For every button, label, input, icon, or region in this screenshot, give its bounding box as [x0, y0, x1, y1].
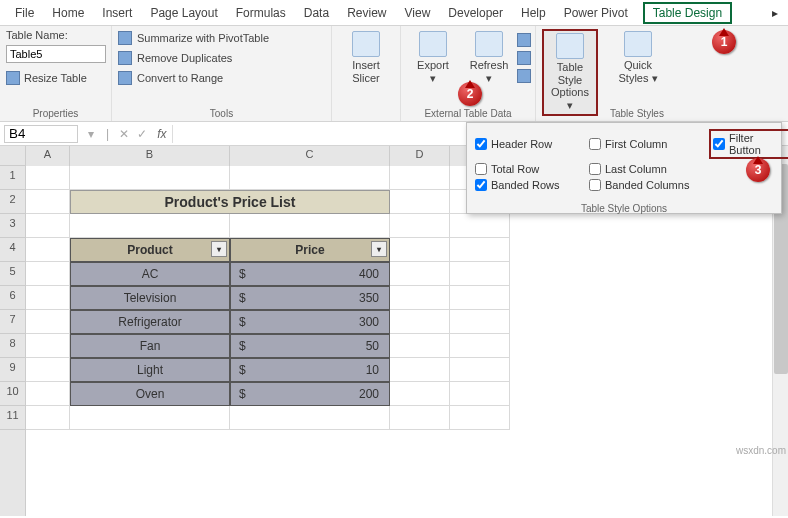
- resize-table-button[interactable]: Resize Table: [6, 71, 105, 85]
- row-header-9[interactable]: 9: [0, 358, 25, 382]
- cell-price-1[interactable]: $400: [230, 262, 390, 286]
- select-all-corner[interactable]: [0, 146, 25, 166]
- cell-D11[interactable]: [390, 406, 450, 430]
- cell-A10[interactable]: [26, 382, 70, 406]
- cell-D6[interactable]: [390, 286, 450, 310]
- col-header-A[interactable]: A: [26, 146, 70, 166]
- cell-E4[interactable]: [450, 238, 510, 262]
- cell-D3[interactable]: [390, 214, 450, 238]
- ext-icon-2[interactable]: [517, 51, 531, 65]
- cell-E10[interactable]: [450, 382, 510, 406]
- table-name-input[interactable]: [6, 45, 106, 63]
- namebox-dropdown-icon[interactable]: ▾: [82, 127, 100, 141]
- row-header-11[interactable]: 11: [0, 406, 25, 430]
- cell-A9[interactable]: [26, 358, 70, 382]
- cell-E3[interactable]: [450, 214, 510, 238]
- cell-product-2[interactable]: Television: [70, 286, 230, 310]
- cell-price-3[interactable]: $300: [230, 310, 390, 334]
- cell-D2[interactable]: [390, 190, 450, 214]
- cell-A4[interactable]: [26, 238, 70, 262]
- tab-review[interactable]: Review: [338, 2, 395, 24]
- cell-A2[interactable]: [26, 190, 70, 214]
- export-button[interactable]: Export▾: [405, 29, 461, 84]
- cell-A7[interactable]: [26, 310, 70, 334]
- cell-E6[interactable]: [450, 286, 510, 310]
- cell-price-4[interactable]: $50: [230, 334, 390, 358]
- cell-E8[interactable]: [450, 334, 510, 358]
- cell-C11[interactable]: [230, 406, 390, 430]
- tab-table-design[interactable]: Table Design: [643, 2, 732, 24]
- col-header-D[interactable]: D: [390, 146, 450, 166]
- cell-price-6[interactable]: $200: [230, 382, 390, 406]
- cell-E7[interactable]: [450, 310, 510, 334]
- tab-file[interactable]: File: [6, 2, 43, 24]
- name-box[interactable]: [4, 125, 78, 143]
- cell-product-4[interactable]: Fan: [70, 334, 230, 358]
- cell-product-6[interactable]: Oven: [70, 382, 230, 406]
- cell-D10[interactable]: [390, 382, 450, 406]
- opt-banded-rows[interactable]: Banded Rows: [475, 179, 585, 191]
- cell-E5[interactable]: [450, 262, 510, 286]
- fx-icon[interactable]: fx: [151, 127, 172, 141]
- filter-price-icon[interactable]: ▾: [371, 241, 387, 257]
- row-header-6[interactable]: 6: [0, 286, 25, 310]
- tab-page-layout[interactable]: Page Layout: [141, 2, 226, 24]
- cell-product-1[interactable]: AC: [70, 262, 230, 286]
- row-header-10[interactable]: 10: [0, 382, 25, 406]
- cell-C3[interactable]: [230, 214, 390, 238]
- convert-range-button[interactable]: Convert to Range: [118, 71, 325, 85]
- cell-price-2[interactable]: $350: [230, 286, 390, 310]
- ext-icon-3[interactable]: [517, 69, 531, 83]
- tab-developer[interactable]: Developer: [439, 2, 512, 24]
- tab-formulas[interactable]: Formulas: [227, 2, 295, 24]
- quick-styles-button[interactable]: QuickStyles ▾: [610, 29, 666, 84]
- cell-C1[interactable]: [230, 166, 390, 190]
- cell-B11[interactable]: [70, 406, 230, 430]
- cell-D5[interactable]: [390, 262, 450, 286]
- tab-power-pivot[interactable]: Power Pivot: [555, 2, 637, 24]
- cell-product-5[interactable]: Light: [70, 358, 230, 382]
- cell-E11[interactable]: [450, 406, 510, 430]
- row-header-2[interactable]: 2: [0, 190, 25, 214]
- tab-view[interactable]: View: [396, 2, 440, 24]
- tab-insert[interactable]: Insert: [93, 2, 141, 24]
- header-product[interactable]: Product▾: [70, 238, 230, 262]
- cell-B3[interactable]: [70, 214, 230, 238]
- row-header-5[interactable]: 5: [0, 262, 25, 286]
- summarize-pivot-button[interactable]: Summarize with PivotTable: [118, 31, 325, 45]
- cell-A3[interactable]: [26, 214, 70, 238]
- row-header-3[interactable]: 3: [0, 214, 25, 238]
- cell-D4[interactable]: [390, 238, 450, 262]
- header-price[interactable]: Price▾: [230, 238, 390, 262]
- cell-A11[interactable]: [26, 406, 70, 430]
- fx-accept-icon[interactable]: ✓: [133, 127, 151, 141]
- cell-A6[interactable]: [26, 286, 70, 310]
- cell-B1[interactable]: [70, 166, 230, 190]
- tabs-overflow-icon[interactable]: ▸: [768, 6, 782, 20]
- cell-D9[interactable]: [390, 358, 450, 382]
- filter-product-icon[interactable]: ▾: [211, 241, 227, 257]
- remove-duplicates-button[interactable]: Remove Duplicates: [118, 51, 325, 65]
- cell-A1[interactable]: [26, 166, 70, 190]
- title-cell[interactable]: Product's Price List: [70, 190, 390, 214]
- table-style-options-button[interactable]: Table StyleOptions ▾: [542, 29, 598, 116]
- row-header-1[interactable]: 1: [0, 166, 25, 190]
- cell-A8[interactable]: [26, 334, 70, 358]
- cell-price-5[interactable]: $10: [230, 358, 390, 382]
- cell-D8[interactable]: [390, 334, 450, 358]
- opt-banded-columns[interactable]: Banded Columns: [589, 179, 705, 191]
- opt-last-column[interactable]: Last Column: [589, 163, 705, 175]
- row-header-7[interactable]: 7: [0, 310, 25, 334]
- opt-first-column[interactable]: First Column: [589, 129, 705, 159]
- tab-home[interactable]: Home: [43, 2, 93, 24]
- cell-D7[interactable]: [390, 310, 450, 334]
- opt-filter-button[interactable]: Filter Button: [709, 129, 788, 159]
- tab-data[interactable]: Data: [295, 2, 338, 24]
- ext-icon-1[interactable]: [517, 33, 531, 47]
- opt-total-row[interactable]: Total Row: [475, 163, 585, 175]
- cell-product-3[interactable]: Refrigerator: [70, 310, 230, 334]
- cell-D1[interactable]: [390, 166, 450, 190]
- insert-slicer-button[interactable]: InsertSlicer: [338, 29, 394, 84]
- row-header-8[interactable]: 8: [0, 334, 25, 358]
- opt-header-row[interactable]: Header Row: [475, 129, 585, 159]
